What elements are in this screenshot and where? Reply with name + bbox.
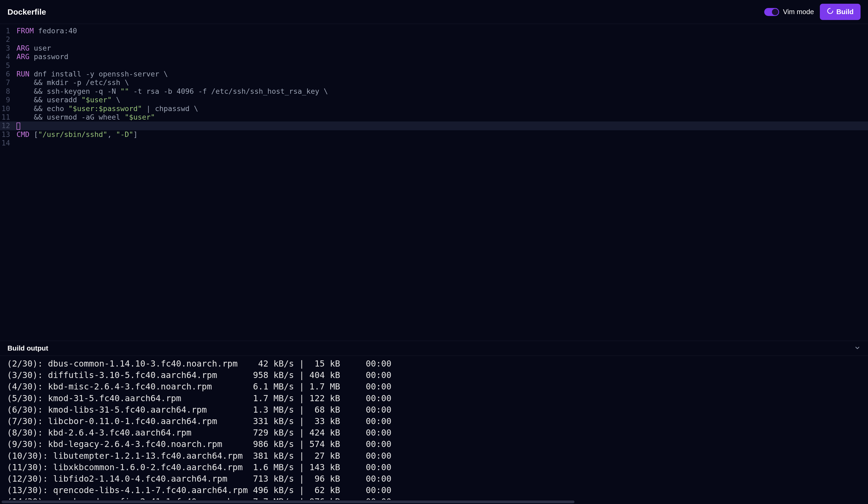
line-number: 3 — [0, 44, 15, 52]
code-line[interactable]: 5 — [0, 61, 868, 70]
code-line[interactable]: 10 && echo "$user:$password" | chpasswd … — [0, 104, 868, 113]
line-number: 5 — [0, 61, 15, 70]
header: Dockerfile Vim mode Build — [0, 0, 868, 24]
code-content: ARG password — [15, 52, 868, 61]
code-content: RUN dnf install -y openssh-server \ — [15, 70, 868, 78]
code-editor[interactable]: 1FROM fedora:4023ARG user4ARG password56… — [0, 24, 868, 341]
page-title: Dockerfile — [8, 8, 46, 17]
code-line[interactable]: 14 — [0, 139, 868, 147]
line-number: 9 — [0, 95, 15, 104]
code-line[interactable]: 4ARG password — [0, 52, 868, 61]
build-button[interactable]: Build — [820, 4, 860, 20]
code-line[interactable]: 1FROM fedora:40 — [0, 27, 868, 35]
code-line[interactable]: 6RUN dnf install -y openssh-server \ — [0, 70, 868, 78]
line-number: 2 — [0, 35, 15, 44]
line-number: 1 — [0, 27, 15, 35]
line-number: 7 — [0, 78, 15, 87]
vim-mode-toggle-group: Vim mode — [764, 8, 814, 16]
line-number: 11 — [0, 113, 15, 121]
vim-mode-label: Vim mode — [783, 8, 814, 16]
build-output-header[interactable]: Build output — [0, 341, 868, 356]
build-button-label: Build — [836, 8, 854, 16]
line-number: 8 — [0, 87, 15, 95]
code-content: && useradd "$user" \ — [15, 95, 868, 104]
app-root: Dockerfile Vim mode Build 1FROM fedora:4… — [0, 0, 868, 504]
code-content: CMD ["/usr/sbin/sshd", "-D"] — [15, 130, 868, 139]
code-content: && ssh-keygen -q -N "" -t rsa -b 4096 -f… — [15, 87, 868, 95]
build-output-title: Build output — [8, 344, 48, 352]
horizontal-scrollbar[interactable] — [0, 500, 868, 504]
code-content: FROM fedora:40 — [15, 27, 868, 35]
code-content: && usermod -aG wheel "$user" — [15, 113, 868, 121]
code-line[interactable]: 3ARG user — [0, 44, 868, 52]
code-line[interactable]: 7 && mkdir -p /etc/ssh \ — [0, 78, 868, 87]
build-output-body[interactable]: (2/30): dbus-common-1.14.10-3.fc40.noarc… — [0, 356, 868, 500]
spinner-icon — [827, 8, 834, 16]
chevron-down-icon[interactable] — [854, 345, 860, 352]
code-content: ARG user — [15, 44, 868, 52]
line-number: 12 — [0, 121, 15, 130]
code-line[interactable]: 9 && useradd "$user" \ — [0, 95, 868, 104]
line-number: 13 — [0, 130, 15, 139]
line-number: 6 — [0, 70, 15, 78]
line-number: 10 — [0, 104, 15, 113]
header-actions: Vim mode Build — [764, 4, 860, 20]
code-content: && echo "$user:$password" | chpasswd \ — [15, 104, 868, 113]
code-line[interactable]: 8 && ssh-keygen -q -N "" -t rsa -b 4096 … — [0, 87, 868, 95]
vim-mode-toggle[interactable] — [764, 8, 779, 16]
editor-cursor — [17, 122, 20, 130]
line-number: 14 — [0, 139, 15, 147]
code-content — [15, 121, 868, 130]
line-number: 4 — [0, 52, 15, 61]
code-content: && mkdir -p /etc/ssh \ — [15, 78, 868, 87]
toggle-knob — [772, 9, 778, 15]
code-line[interactable]: 13CMD ["/usr/sbin/sshd", "-D"] — [0, 130, 868, 139]
code-line[interactable]: 2 — [0, 35, 868, 44]
code-line[interactable]: 12 — [0, 121, 868, 130]
scrollbar-thumb[interactable] — [2, 501, 575, 503]
code-line[interactable]: 11 && usermod -aG wheel "$user" — [0, 113, 868, 121]
